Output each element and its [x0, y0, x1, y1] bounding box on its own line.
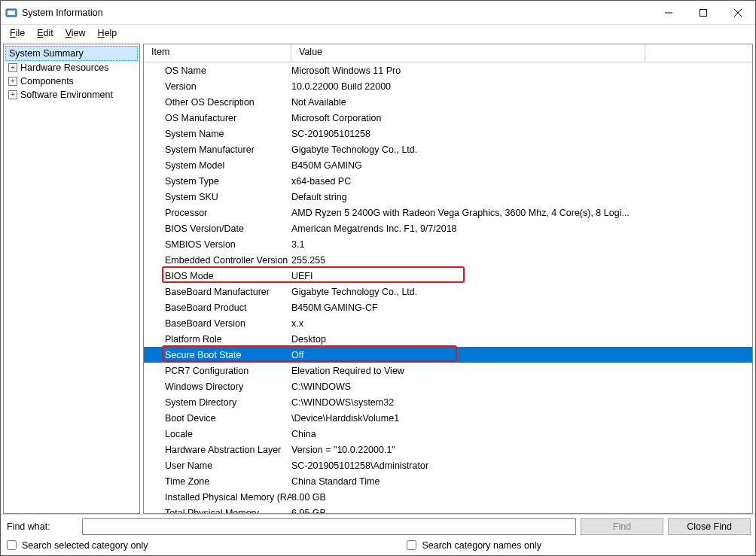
table-row[interactable]: BaseBoard ManufacturerGigabyte Technolog…: [144, 284, 752, 299]
cell-item: OS Manufacturer: [144, 113, 291, 123]
cell-value: American Megatrends Inc. F1, 9/7/2018: [291, 223, 645, 234]
find-input[interactable]: [82, 518, 576, 535]
cell-value: China: [291, 429, 645, 439]
tree-item[interactable]: +Components: [5, 74, 138, 88]
cell-item: BaseBoard Product: [144, 302, 291, 313]
table-row[interactable]: System ModelB450M GAMING: [144, 157, 752, 173]
table-row[interactable]: SMBIOS Version3.1: [144, 236, 752, 252]
table-row[interactable]: System DirectoryC:\WINDOWS\system32: [144, 394, 752, 410]
find-button[interactable]: Find: [581, 518, 663, 535]
cell-value: 6.95 GB: [291, 508, 645, 514]
table-row[interactable]: Total Physical Memory6.95 GB: [144, 505, 752, 513]
expand-icon[interactable]: +: [8, 90, 17, 99]
list-body[interactable]: OS NameMicrosoft Windows 11 ProVersion10…: [144, 62, 752, 513]
tree-item-system-summary[interactable]: System Summary: [5, 46, 138, 61]
client-area: System Summary +Hardware Resources+Compo…: [1, 41, 755, 514]
table-row[interactable]: LocaleChina: [144, 426, 752, 442]
cell-value: Not Available: [291, 97, 645, 108]
cell-item: Processor: [144, 208, 291, 218]
menu-help[interactable]: Help: [92, 26, 123, 40]
tree-item-label: Software Environment: [20, 90, 113, 100]
window-controls: [651, 1, 755, 24]
expand-icon[interactable]: +: [8, 63, 17, 72]
cell-value: Off: [291, 350, 645, 360]
menu-edit[interactable]: Edit: [31, 26, 59, 40]
menu-bar: File Edit View Help: [1, 25, 755, 41]
cell-item: BaseBoard Version: [144, 318, 291, 329]
cell-value: Desktop: [291, 334, 645, 345]
table-row[interactable]: BaseBoard Versionx.x: [144, 315, 752, 331]
checkbox-selected-category-input[interactable]: [7, 540, 17, 550]
cell-item: Windows Directory: [144, 381, 291, 392]
column-header-item[interactable]: Item: [144, 44, 291, 62]
cell-item: Total Physical Memory: [144, 508, 291, 514]
table-row[interactable]: System NameSC-201905101258: [144, 126, 752, 141]
table-row[interactable]: Time ZoneChina Standard Time: [144, 473, 752, 489]
cell-value: Default string: [291, 192, 645, 202]
svg-rect-3: [700, 9, 707, 16]
table-row[interactable]: BIOS ModeUEFI: [144, 268, 752, 284]
window-title: System Information: [22, 8, 103, 18]
navigation-tree[interactable]: System Summary +Hardware Resources+Compo…: [3, 44, 140, 514]
cell-item: User Name: [144, 460, 291, 471]
cell-value: AMD Ryzen 5 2400G with Radeon Vega Graph…: [291, 208, 645, 218]
table-row[interactable]: Installed Physical Memory (RAM)8.00 GB: [144, 489, 752, 505]
cell-item: System Name: [144, 129, 291, 139]
table-row[interactable]: OS NameMicrosoft Windows 11 Pro: [144, 62, 752, 78]
cell-value: Microsoft Windows 11 Pro: [291, 65, 645, 76]
table-row[interactable]: System Typex64-based PC: [144, 173, 752, 189]
table-row[interactable]: Boot Device\Device\HarddiskVolume1: [144, 410, 752, 426]
cell-item: System SKU: [144, 192, 291, 202]
table-row[interactable]: Version10.0.22000 Build 22000: [144, 78, 752, 94]
close-find-button[interactable]: Close Find: [668, 518, 751, 535]
cell-value: 3.1: [291, 239, 645, 250]
table-row[interactable]: OS ManufacturerMicrosoft Corporation: [144, 110, 752, 126]
details-list: Item Value OS NameMicrosoft Windows 11 P…: [143, 44, 753, 514]
checkbox-search-category-names[interactable]: Search category names only: [404, 538, 541, 552]
maximize-button[interactable]: [686, 1, 721, 24]
table-row[interactable]: User NameSC-201905101258\Administrator: [144, 457, 752, 473]
find-options: Search selected category only Search cat…: [1, 536, 755, 555]
cell-item: BaseBoard Manufacturer: [144, 287, 291, 297]
table-row[interactable]: BIOS Version/DateAmerican Megatrends Inc…: [144, 220, 752, 236]
cell-value: 10.0.22000 Build 22000: [291, 81, 645, 92]
cell-item: BIOS Mode: [144, 271, 291, 281]
cell-item: System Manufacturer: [144, 144, 291, 155]
cell-value: China Standard Time: [291, 476, 645, 487]
tree-item[interactable]: +Hardware Resources: [5, 61, 138, 74]
cell-value: Microsoft Corporation: [291, 113, 645, 123]
cell-value: x.x: [291, 318, 645, 329]
tree-item[interactable]: +Software Environment: [5, 88, 138, 102]
cell-item: System Directory: [144, 397, 291, 408]
table-row[interactable]: ProcessorAMD Ryzen 5 2400G with Radeon V…: [144, 205, 752, 220]
column-header-value[interactable]: Value: [291, 44, 645, 62]
close-button[interactable]: [721, 1, 755, 24]
menu-file[interactable]: File: [4, 26, 31, 40]
cell-value: Version = "10.0.22000.1": [291, 445, 645, 455]
table-row[interactable]: Other OS DescriptionNot Available: [144, 94, 752, 110]
table-row[interactable]: PCR7 ConfigurationElevation Required to …: [144, 363, 752, 378]
cell-value: 8.00 GB: [291, 492, 645, 503]
table-row[interactable]: System ManufacturerGigabyte Technology C…: [144, 141, 752, 157]
tree-item-label: Hardware Resources: [20, 62, 108, 73]
checkbox-search-selected-category[interactable]: Search selected category only: [4, 538, 148, 552]
expand-icon[interactable]: +: [8, 77, 17, 86]
cell-item: Version: [144, 81, 291, 92]
cell-value: C:\WINDOWS: [291, 381, 645, 392]
table-row[interactable]: Secure Boot StateOff: [144, 347, 752, 363]
table-row[interactable]: BaseBoard ProductB450M GAMING-CF: [144, 299, 752, 315]
tree-item-label: Components: [20, 76, 74, 87]
cell-value: Elevation Required to View: [291, 366, 645, 376]
cell-item: Installed Physical Memory (RAM): [144, 492, 291, 503]
table-row[interactable]: Platform RoleDesktop: [144, 331, 752, 347]
menu-view[interactable]: View: [59, 26, 92, 40]
table-row[interactable]: Embedded Controller Version255.255: [144, 252, 752, 268]
cell-value: UEFI: [291, 271, 645, 281]
cell-item: SMBIOS Version: [144, 239, 291, 250]
table-row[interactable]: Windows DirectoryC:\WINDOWS: [144, 378, 752, 394]
cell-value: B450M GAMING-CF: [291, 302, 645, 313]
checkbox-category-names-input[interactable]: [407, 540, 416, 550]
table-row[interactable]: System SKUDefault string: [144, 189, 752, 205]
table-row[interactable]: Hardware Abstraction LayerVersion = "10.…: [144, 442, 752, 457]
minimize-button[interactable]: [651, 1, 686, 24]
